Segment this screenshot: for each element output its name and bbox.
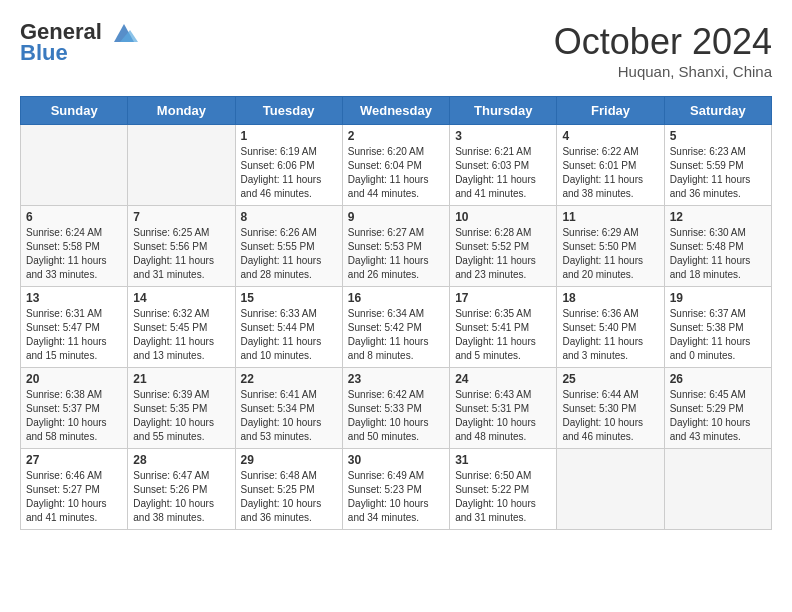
calendar-cell: 29Sunrise: 6:48 AMSunset: 5:25 PMDayligh… — [235, 449, 342, 530]
week-row-3: 13Sunrise: 6:31 AMSunset: 5:47 PMDayligh… — [21, 287, 772, 368]
day-info: Sunrise: 6:44 AMSunset: 5:30 PMDaylight:… — [562, 388, 658, 444]
calendar-cell — [128, 125, 235, 206]
calendar-cell: 16Sunrise: 6:34 AMSunset: 5:42 PMDayligh… — [342, 287, 449, 368]
page-header: General Blue October 2024 Huquan, Shanxi… — [20, 20, 772, 80]
location: Huquan, Shanxi, China — [554, 63, 772, 80]
calendar-cell: 19Sunrise: 6:37 AMSunset: 5:38 PMDayligh… — [664, 287, 771, 368]
day-info: Sunrise: 6:25 AMSunset: 5:56 PMDaylight:… — [133, 226, 229, 282]
calendar-cell: 25Sunrise: 6:44 AMSunset: 5:30 PMDayligh… — [557, 368, 664, 449]
day-info: Sunrise: 6:48 AMSunset: 5:25 PMDaylight:… — [241, 469, 337, 525]
day-info: Sunrise: 6:32 AMSunset: 5:45 PMDaylight:… — [133, 307, 229, 363]
day-number: 10 — [455, 210, 551, 224]
calendar-cell — [557, 449, 664, 530]
calendar-cell: 26Sunrise: 6:45 AMSunset: 5:29 PMDayligh… — [664, 368, 771, 449]
day-info: Sunrise: 6:29 AMSunset: 5:50 PMDaylight:… — [562, 226, 658, 282]
calendar-cell: 15Sunrise: 6:33 AMSunset: 5:44 PMDayligh… — [235, 287, 342, 368]
day-number: 22 — [241, 372, 337, 386]
day-header-wednesday: Wednesday — [342, 97, 449, 125]
calendar-cell: 23Sunrise: 6:42 AMSunset: 5:33 PMDayligh… — [342, 368, 449, 449]
calendar-cell: 5Sunrise: 6:23 AMSunset: 5:59 PMDaylight… — [664, 125, 771, 206]
day-number: 6 — [26, 210, 122, 224]
day-number: 13 — [26, 291, 122, 305]
day-header-monday: Monday — [128, 97, 235, 125]
day-number: 5 — [670, 129, 766, 143]
day-info: Sunrise: 6:26 AMSunset: 5:55 PMDaylight:… — [241, 226, 337, 282]
calendar-cell: 8Sunrise: 6:26 AMSunset: 5:55 PMDaylight… — [235, 206, 342, 287]
day-info: Sunrise: 6:38 AMSunset: 5:37 PMDaylight:… — [26, 388, 122, 444]
day-number: 21 — [133, 372, 229, 386]
day-info: Sunrise: 6:36 AMSunset: 5:40 PMDaylight:… — [562, 307, 658, 363]
week-row-2: 6Sunrise: 6:24 AMSunset: 5:58 PMDaylight… — [21, 206, 772, 287]
calendar-cell: 24Sunrise: 6:43 AMSunset: 5:31 PMDayligh… — [450, 368, 557, 449]
day-number: 19 — [670, 291, 766, 305]
day-number: 23 — [348, 372, 444, 386]
day-number: 9 — [348, 210, 444, 224]
day-number: 24 — [455, 372, 551, 386]
week-row-4: 20Sunrise: 6:38 AMSunset: 5:37 PMDayligh… — [21, 368, 772, 449]
logo-icon — [110, 22, 138, 44]
day-number: 14 — [133, 291, 229, 305]
day-info: Sunrise: 6:39 AMSunset: 5:35 PMDaylight:… — [133, 388, 229, 444]
day-info: Sunrise: 6:30 AMSunset: 5:48 PMDaylight:… — [670, 226, 766, 282]
day-info: Sunrise: 6:42 AMSunset: 5:33 PMDaylight:… — [348, 388, 444, 444]
calendar-cell: 11Sunrise: 6:29 AMSunset: 5:50 PMDayligh… — [557, 206, 664, 287]
day-number: 11 — [562, 210, 658, 224]
day-info: Sunrise: 6:31 AMSunset: 5:47 PMDaylight:… — [26, 307, 122, 363]
title-block: October 2024 Huquan, Shanxi, China — [554, 20, 772, 80]
day-info: Sunrise: 6:37 AMSunset: 5:38 PMDaylight:… — [670, 307, 766, 363]
calendar-cell: 12Sunrise: 6:30 AMSunset: 5:48 PMDayligh… — [664, 206, 771, 287]
day-info: Sunrise: 6:43 AMSunset: 5:31 PMDaylight:… — [455, 388, 551, 444]
calendar-cell: 31Sunrise: 6:50 AMSunset: 5:22 PMDayligh… — [450, 449, 557, 530]
day-number: 12 — [670, 210, 766, 224]
calendar-cell: 9Sunrise: 6:27 AMSunset: 5:53 PMDaylight… — [342, 206, 449, 287]
day-number: 18 — [562, 291, 658, 305]
day-number: 20 — [26, 372, 122, 386]
day-info: Sunrise: 6:49 AMSunset: 5:23 PMDaylight:… — [348, 469, 444, 525]
calendar-cell: 21Sunrise: 6:39 AMSunset: 5:35 PMDayligh… — [128, 368, 235, 449]
day-header-tuesday: Tuesday — [235, 97, 342, 125]
month-title: October 2024 — [554, 20, 772, 63]
calendar-cell: 30Sunrise: 6:49 AMSunset: 5:23 PMDayligh… — [342, 449, 449, 530]
calendar-cell: 17Sunrise: 6:35 AMSunset: 5:41 PMDayligh… — [450, 287, 557, 368]
calendar-cell: 14Sunrise: 6:32 AMSunset: 5:45 PMDayligh… — [128, 287, 235, 368]
calendar-cell: 7Sunrise: 6:25 AMSunset: 5:56 PMDaylight… — [128, 206, 235, 287]
day-header-sunday: Sunday — [21, 97, 128, 125]
day-info: Sunrise: 6:24 AMSunset: 5:58 PMDaylight:… — [26, 226, 122, 282]
day-number: 16 — [348, 291, 444, 305]
day-info: Sunrise: 6:33 AMSunset: 5:44 PMDaylight:… — [241, 307, 337, 363]
calendar-cell — [21, 125, 128, 206]
day-number: 2 — [348, 129, 444, 143]
day-number: 28 — [133, 453, 229, 467]
day-header-saturday: Saturday — [664, 97, 771, 125]
calendar-cell: 4Sunrise: 6:22 AMSunset: 6:01 PMDaylight… — [557, 125, 664, 206]
calendar-table: SundayMondayTuesdayWednesdayThursdayFrid… — [20, 96, 772, 530]
day-info: Sunrise: 6:23 AMSunset: 5:59 PMDaylight:… — [670, 145, 766, 201]
calendar-cell: 22Sunrise: 6:41 AMSunset: 5:34 PMDayligh… — [235, 368, 342, 449]
day-info: Sunrise: 6:41 AMSunset: 5:34 PMDaylight:… — [241, 388, 337, 444]
day-info: Sunrise: 6:19 AMSunset: 6:06 PMDaylight:… — [241, 145, 337, 201]
day-number: 3 — [455, 129, 551, 143]
day-info: Sunrise: 6:22 AMSunset: 6:01 PMDaylight:… — [562, 145, 658, 201]
day-number: 1 — [241, 129, 337, 143]
calendar-cell: 3Sunrise: 6:21 AMSunset: 6:03 PMDaylight… — [450, 125, 557, 206]
day-number: 4 — [562, 129, 658, 143]
calendar-cell: 27Sunrise: 6:46 AMSunset: 5:27 PMDayligh… — [21, 449, 128, 530]
day-number: 30 — [348, 453, 444, 467]
day-info: Sunrise: 6:47 AMSunset: 5:26 PMDaylight:… — [133, 469, 229, 525]
calendar-cell: 18Sunrise: 6:36 AMSunset: 5:40 PMDayligh… — [557, 287, 664, 368]
day-info: Sunrise: 6:45 AMSunset: 5:29 PMDaylight:… — [670, 388, 766, 444]
calendar-cell: 20Sunrise: 6:38 AMSunset: 5:37 PMDayligh… — [21, 368, 128, 449]
day-number: 7 — [133, 210, 229, 224]
calendar-cell: 2Sunrise: 6:20 AMSunset: 6:04 PMDaylight… — [342, 125, 449, 206]
day-info: Sunrise: 6:50 AMSunset: 5:22 PMDaylight:… — [455, 469, 551, 525]
week-row-1: 1Sunrise: 6:19 AMSunset: 6:06 PMDaylight… — [21, 125, 772, 206]
day-header-friday: Friday — [557, 97, 664, 125]
day-number: 29 — [241, 453, 337, 467]
day-info: Sunrise: 6:28 AMSunset: 5:52 PMDaylight:… — [455, 226, 551, 282]
calendar-cell: 28Sunrise: 6:47 AMSunset: 5:26 PMDayligh… — [128, 449, 235, 530]
day-number: 25 — [562, 372, 658, 386]
day-info: Sunrise: 6:20 AMSunset: 6:04 PMDaylight:… — [348, 145, 444, 201]
calendar-cell: 6Sunrise: 6:24 AMSunset: 5:58 PMDaylight… — [21, 206, 128, 287]
calendar-cell: 1Sunrise: 6:19 AMSunset: 6:06 PMDaylight… — [235, 125, 342, 206]
calendar-cell: 13Sunrise: 6:31 AMSunset: 5:47 PMDayligh… — [21, 287, 128, 368]
